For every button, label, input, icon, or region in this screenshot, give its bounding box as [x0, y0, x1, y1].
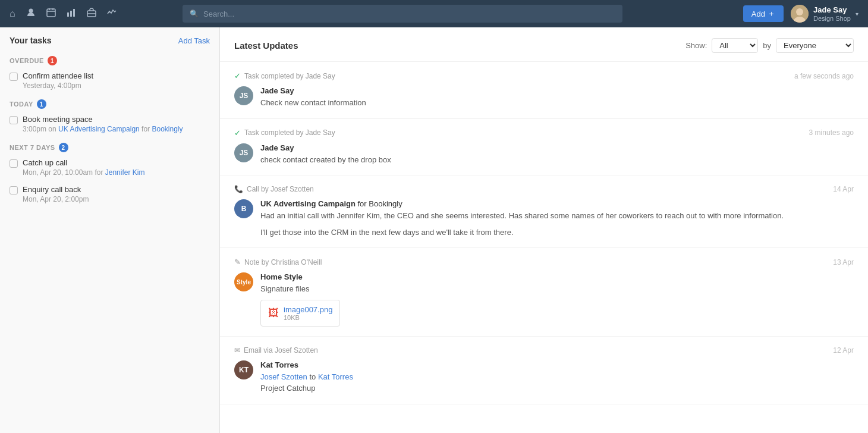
checkmark-icon: ✓: [234, 128, 241, 137]
note-icon: ✎: [234, 258, 241, 266]
svg-rect-5: [67, 12, 69, 17]
attachment[interactable]: 🖼 image007.png 10KB: [260, 300, 340, 327]
jennifer-kim-link[interactable]: Jennifer Kim: [105, 168, 145, 177]
today-badge: 1: [37, 99, 46, 109]
section-label-today: TODAY 1: [0, 95, 219, 111]
home-icon[interactable]: ⌂: [10, 8, 15, 19]
josef-link[interactable]: Josef Szotten: [260, 372, 307, 381]
search-input[interactable]: [203, 10, 615, 18]
feed-timestamp: a few seconds ago: [794, 72, 854, 80]
feed-type-text: Call by Josef Szotten: [247, 185, 314, 193]
feed-person-name: Jade Say: [260, 143, 391, 152]
svg-point-0: [29, 9, 33, 13]
task-item: Enquiry call back Mon, Apr 20, 2:00pm: [0, 181, 219, 208]
avatar: JS: [234, 86, 253, 105]
by-select[interactable]: Everyone Jade Say Josef Szotten Christin…: [776, 38, 854, 53]
task-checkbox[interactable]: [10, 116, 18, 124]
attachment-name: image007.png: [284, 305, 332, 314]
feed-item: ✉ Email via Josef Szotten 12 Apr KT Kat …: [220, 337, 868, 404]
search-icon: 🔍: [190, 10, 199, 18]
task-meta: Mon, Apr 20, 2:00pm: [23, 195, 89, 203]
next7-badge: 2: [59, 143, 68, 152]
task-name: Catch up call: [23, 158, 144, 167]
feed-timestamp: 12 Apr: [833, 346, 854, 354]
activity-icon[interactable]: [107, 8, 117, 20]
updates-title: Latest Updates: [234, 40, 298, 51]
svg-point-11: [796, 8, 803, 15]
task-checkbox[interactable]: [10, 186, 18, 194]
show-select[interactable]: All Tasks Notes Calls Emails: [712, 38, 758, 53]
feed-type-text: Task completed by Jade Say: [244, 72, 335, 80]
feed-timestamp: 14 Apr: [833, 185, 854, 193]
avatar: KT: [234, 360, 253, 379]
task-name: Enquiry call back: [23, 185, 89, 194]
overdue-badge: 1: [48, 56, 57, 65]
chart-icon[interactable]: [67, 8, 76, 20]
task-name: Book meeting space: [23, 115, 183, 124]
main-content: Latest Updates Show: All Tasks Notes Cal…: [220, 27, 868, 433]
uk-ad-link[interactable]: UK Advertising Campaign: [58, 125, 140, 133]
avatar: B: [234, 199, 253, 218]
calendar-icon[interactable]: [46, 8, 56, 20]
chevron-down-icon: ▾: [856, 11, 858, 17]
sidebar: Your tasks Add Task OVERDUE 1 Confirm at…: [0, 27, 220, 433]
feed-type: ✉ Email via Josef Szotten: [234, 346, 318, 354]
attachment-icon: 🖼: [268, 307, 279, 319]
task-item: Catch up call Mon, Apr 20, 10:00am for J…: [0, 155, 219, 181]
section-label-overdue: OVERDUE 1: [0, 51, 219, 68]
feed-timestamp: 13 Apr: [833, 258, 854, 266]
feed-item: 📞 Call by Josef Szotten 14 Apr B UK Adve…: [220, 175, 868, 248]
svg-rect-6: [70, 11, 72, 17]
task-checkbox[interactable]: [10, 73, 18, 81]
user-shop: Design Shop: [813, 15, 851, 22]
section-label-next7: NEXT 7 DAYS 2: [0, 138, 219, 155]
bookingly-link[interactable]: Bookingly: [152, 125, 183, 133]
nav-icons: ⌂: [10, 8, 117, 20]
nav-right: Add ＋ Jade Say Design Shop ▾: [743, 5, 858, 23]
checkmark-icon: ✓: [234, 71, 241, 80]
updates-header: Latest Updates Show: All Tasks Notes Cal…: [220, 27, 868, 62]
feed-person-name: Jade Say: [260, 86, 366, 95]
task-item: Confirm attendee list Yesterday, 4:00pm: [0, 68, 219, 95]
feed-text: Josef Szotten to Kat Torres: [260, 371, 353, 383]
feed-text: Had an initial call with Jennifer Kim, t…: [260, 210, 784, 222]
phone-icon: 📞: [234, 185, 243, 193]
task-checkbox[interactable]: [10, 159, 18, 168]
feed-type-text: Note by Christina O'Neill: [244, 258, 322, 266]
sidebar-header: Your tasks Add Task: [0, 27, 219, 51]
feed-text: I'll get those into the CRM in the next …: [260, 227, 784, 239]
feed-type: ✓ Task completed by Jade Say: [234, 128, 335, 137]
avatar: JS: [234, 143, 253, 162]
feed-person-name: Kat Torres: [260, 360, 353, 369]
show-filter: Show: All Tasks Notes Calls Emails by Ev…: [685, 38, 854, 53]
briefcase-icon[interactable]: [87, 8, 96, 20]
feed-timestamp: 3 minutes ago: [809, 128, 854, 137]
search-bar: 🔍: [183, 5, 622, 23]
feed-sub-label: Project Catchup: [260, 382, 353, 394]
feed-text: check contact created by the drop box: [260, 154, 391, 166]
feed-type: ✓ Task completed by Jade Say: [234, 71, 335, 80]
feed-item: ✓ Task completed by Jade Say a few secon…: [220, 62, 868, 119]
feed-text: Signature files: [260, 283, 340, 295]
user-area[interactable]: Jade Say Design Shop ▾: [791, 5, 858, 23]
feed-item: ✓ Task completed by Jade Say 3 minutes a…: [220, 119, 868, 176]
email-icon: ✉: [234, 346, 240, 354]
kat-link[interactable]: Kat Torres: [318, 372, 353, 381]
user-name: Jade Say: [813, 5, 851, 15]
task-meta: 3:00pm on UK Advertising Campaign for Bo…: [23, 125, 183, 133]
task-item: Book meeting space 3:00pm on UK Advertis…: [0, 111, 219, 138]
task-name: Confirm attendee list: [23, 71, 93, 80]
add-task-button[interactable]: Add Task: [178, 36, 210, 45]
main-layout: Your tasks Add Task OVERDUE 1 Confirm at…: [0, 27, 868, 433]
feed-type-text: Task completed by Jade Say: [244, 128, 335, 137]
feed-item: ✎ Note by Christina O'Neill 13 Apr Style…: [220, 248, 868, 337]
top-nav: ⌂ 🔍 Add ＋ Jade Say: [0, 0, 868, 27]
person-icon[interactable]: [26, 8, 36, 20]
feed-type-text: Email via Josef Szotten: [244, 346, 318, 354]
feed-person-name: Home Style: [260, 272, 340, 281]
feed-type: 📞 Call by Josef Szotten: [234, 185, 314, 193]
user-info: Jade Say Design Shop: [813, 5, 851, 22]
feed-person-name: UK Advertising Campaign for Bookingly: [260, 199, 784, 208]
avatar: [791, 5, 809, 23]
add-button[interactable]: Add ＋: [743, 5, 784, 22]
